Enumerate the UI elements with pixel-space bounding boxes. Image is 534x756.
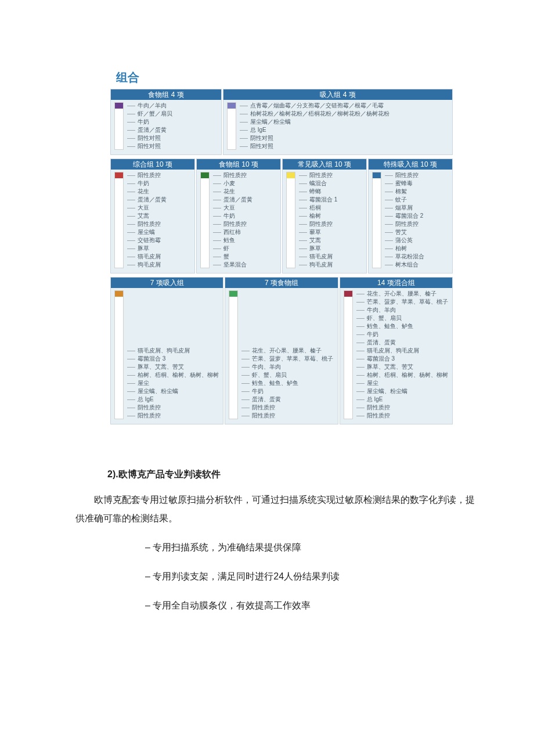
document-page: 组合 食物组 4 项牛肉／羊肉虾／蟹／扇贝牛奶蛋清／蛋黄阴性对照阳性对照吸入组 … — [0, 0, 534, 756]
list-item: 虾、蟹、扇贝 — [356, 315, 448, 322]
list-item: 牛奶 — [356, 331, 448, 338]
list-item: 阴性质控 — [299, 221, 337, 228]
panel-header: 7 项吸入组 — [111, 278, 223, 288]
list-item: 点青霉／烟曲霉／分支孢霉／交链孢霉／根霉／毛霉 — [240, 102, 389, 109]
list-item: 阳性质控 — [356, 412, 448, 419]
list-item: 蜜蜂毒 — [385, 180, 424, 187]
list-item: 阳性质控 — [127, 172, 167, 179]
list-item: 花生 — [213, 188, 252, 195]
list-item: 大豆 — [213, 204, 252, 211]
list-item: 蚊子 — [385, 196, 424, 203]
list-item: 牛肉、羊肉 — [356, 307, 448, 314]
list-item: 虾、蟹、扇贝 — [241, 372, 333, 379]
item-list: 牛肉／羊肉虾／蟹／扇贝牛奶蛋清／蛋黄阴性对照阳性对照 — [127, 102, 172, 150]
strip-color-marker — [115, 103, 123, 109]
list-item: 阴性质控 — [385, 221, 424, 228]
panel-body: 花生、开心果、腰果、榛子芒果、菠萝、苹果、草莓、桃子牛肉、羊肉虾、蟹、扇贝鳕鱼、… — [225, 288, 337, 424]
list-item: 花生 — [127, 188, 167, 195]
list-item: 小麦 — [213, 180, 252, 187]
panel: 7 项吸入组猫毛皮屑、狗毛皮屑霉菌混合 3豚草、艾蒿、苦艾柏树、梧桐、榆树、杨树… — [110, 277, 223, 424]
test-strip — [372, 172, 381, 268]
list-item: 艾蒿 — [127, 213, 167, 219]
test-strip — [114, 102, 124, 150]
panel-body: 点青霉／烟曲霉／分支孢霉／交链孢霉／根霉／毛霉柏树花粉／榆树花粉／梧桐花粉／柳树… — [223, 100, 452, 154]
list-item: 蛋清、蛋黄 — [356, 339, 448, 346]
list-item: 坚果混合 — [213, 261, 252, 268]
panel-body: 阳性质控螨混合蟑螂霉菌混合 1梧桐榆树阴性质控藜草艾蒿豚草猫毛皮屑狗毛皮屑 — [283, 170, 366, 273]
panel: 特殊吸入组 10 项阳性质控蜜蜂毒棉絮蚊子烟草屑霉菌混合 2阴性质控苦艾蒲公英柏… — [368, 159, 453, 273]
list-item: 螨混合 — [299, 180, 337, 187]
list-item: 棉絮 — [385, 188, 424, 195]
strip-color-marker — [115, 291, 123, 297]
list-item: 阴性质控 — [241, 404, 333, 411]
list-item: 霉菌混合 1 — [299, 196, 337, 203]
list-item: 猫毛皮屑 — [299, 253, 337, 260]
list-item: 牛奶 — [213, 213, 252, 219]
test-strip — [286, 172, 295, 268]
bullet-item: 专用全自动膜条仪，有效提高工作效率 — [145, 596, 476, 615]
item-list: 花生、开心果、腰果、榛子芒果、菠萝、苹果、草莓、桃子牛肉、羊肉虾、蟹、扇贝鳕鱼、… — [241, 290, 333, 419]
list-item: 蟹 — [213, 253, 252, 260]
panel-header: 特殊吸入组 10 项 — [369, 159, 452, 170]
item-list: 阳性质控蜜蜂毒棉絮蚊子烟草屑霉菌混合 2阴性质控苦艾蒲公英柏树草花粉混合树木组合 — [385, 172, 424, 268]
list-item: 芒果、菠萝、苹果、草莓、桃子 — [241, 355, 333, 362]
list-item: 豚草 — [127, 245, 167, 252]
panel: 吸入组 4 项点青霉／烟曲霉／分支孢霉／交链孢霉／根霉／毛霉柏树花粉／榆树花粉／… — [223, 89, 453, 155]
body-text: 2).欧博克产品专业判读软件 欧博克配套专用过敏原扫描分析软件，可通过扫描系统实… — [75, 465, 476, 615]
list-item: 蒲公英 — [385, 237, 424, 244]
strip-color-marker — [229, 291, 237, 297]
list-item: 屋尘螨 — [127, 229, 167, 236]
list-item: 屋尘螨、粉尘螨 — [127, 388, 219, 395]
list-item: 猫毛皮屑、狗毛皮屑 — [127, 347, 219, 354]
list-item: 蛋清、蛋黄 — [241, 396, 333, 403]
list-item: 阴性质控 — [213, 221, 252, 228]
list-item: 猫毛皮屑、狗毛皮屑 — [356, 347, 448, 354]
list-item: 蛋清／蛋黄 — [213, 196, 252, 203]
list-item: 屋尘 — [356, 380, 448, 387]
list-item: 鳕鱼、鲑鱼、鲈鱼 — [241, 380, 333, 387]
list-item: 阴性质控 — [356, 404, 448, 411]
list-item: 梧桐 — [299, 204, 337, 211]
panel-header: 常见吸入组 10 项 — [283, 159, 366, 170]
test-strip — [344, 290, 353, 419]
list-item: 柏树、梧桐、榆树、杨树、柳树 — [127, 372, 219, 379]
strip-color-marker — [287, 172, 295, 178]
list-item: 阳性质控 — [385, 172, 424, 179]
panel-row-1: 食物组 4 项牛肉／羊肉虾／蟹／扇贝牛奶蛋清／蛋黄阴性对照阳性对照吸入组 4 项… — [110, 89, 453, 155]
list-item: 总 IgE — [356, 396, 448, 403]
list-item: 烟草屑 — [385, 204, 424, 211]
item-list: 猫毛皮屑、狗毛皮屑霉菌混合 3豚草、艾蒿、苦艾柏树、梧桐、榆树、杨树、柳树屋尘屋… — [127, 290, 219, 419]
bullet-list: 专用扫描系统，为准确结果提供保障专用判读支架，满足同时进行24人份结果判读专用全… — [122, 538, 476, 615]
panel-body: 花生、开心果、腰果、榛子芒果、菠萝、苹果、草莓、桃子牛肉、羊肉虾、蟹、扇贝鳕鱼、… — [340, 288, 452, 424]
list-item: 豚草 — [299, 245, 337, 252]
list-item: 豚草、艾蒿、苦艾 — [127, 363, 219, 370]
list-item: 霉菌混合 3 — [356, 355, 448, 362]
strip-color-marker — [201, 172, 209, 178]
subsection-heading: 2).欧博克产品专业判读软件 — [107, 465, 476, 484]
panel-header: 食物组 10 项 — [197, 159, 280, 170]
list-item: 狗毛皮屑 — [127, 261, 167, 268]
list-item: 艾蒿 — [299, 237, 337, 244]
panel-body: 阳性质控蜜蜂毒棉絮蚊子烟草屑霉菌混合 2阴性质控苦艾蒲公英柏树草花粉混合树木组合 — [369, 170, 452, 273]
bullet-item: 专用扫描系统，为准确结果提供保障 — [145, 538, 476, 557]
list-item: 芒果、菠萝、苹果、草莓、桃子 — [356, 298, 448, 305]
list-item: 狗毛皮屑 — [299, 261, 337, 268]
panel-row-3: 7 项吸入组猫毛皮屑、狗毛皮屑霉菌混合 3豚草、艾蒿、苦艾柏树、梧桐、榆树、杨树… — [110, 277, 453, 424]
list-item: 阳性对照 — [127, 143, 172, 150]
list-item: 霉菌混合 3 — [127, 355, 219, 362]
list-item: 阴性质控 — [127, 404, 219, 411]
test-strip — [114, 290, 124, 419]
list-item: 阳性质控 — [241, 412, 333, 419]
list-item: 草花粉混合 — [385, 253, 424, 260]
panel: 综合组 10 项阳性质控牛奶花生蛋清／蛋黄大豆艾蒿阴性质控屋尘螨交链孢霉豚草猫毛… — [110, 159, 195, 273]
panel-row-2: 综合组 10 项阳性质控牛奶花生蛋清／蛋黄大豆艾蒿阴性质控屋尘螨交链孢霉豚草猫毛… — [110, 159, 453, 273]
panel: 食物组 10 项阳性质控小麦花生蛋清／蛋黄大豆牛奶阴性质控西红柿鳕鱼虾蟹坚果混合 — [196, 159, 281, 273]
panel-area: 食物组 4 项牛肉／羊肉虾／蟹／扇贝牛奶蛋清／蛋黄阴性对照阳性对照吸入组 4 项… — [110, 89, 453, 424]
list-item: 牛肉／羊肉 — [127, 102, 172, 109]
list-item: 虾 — [213, 245, 252, 252]
list-item: 牛奶 — [127, 180, 167, 187]
list-item: 柏树 — [385, 245, 424, 252]
item-list: 阳性质控牛奶花生蛋清／蛋黄大豆艾蒿阴性质控屋尘螨交链孢霉豚草猫毛皮屑狗毛皮屑 — [127, 172, 167, 268]
test-strip — [229, 290, 238, 419]
panel-header: 食物组 4 项 — [111, 89, 221, 100]
